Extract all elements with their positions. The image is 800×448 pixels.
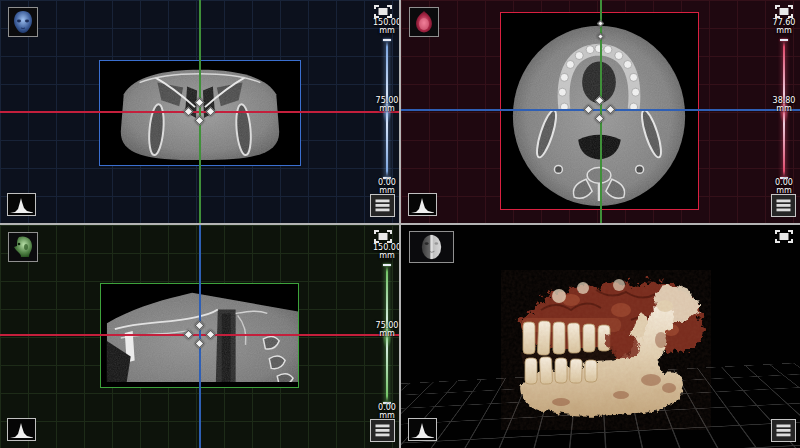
head-3d-icon[interactable] [409,231,454,263]
ruler-max-label: 150.00mm [371,244,399,260]
ruler-mid-label: 38.80mm [768,97,800,113]
head-top-icon[interactable] [409,7,439,37]
slice-stack-icon[interactable] [370,194,395,217]
ruler-tick [383,39,391,41]
volume-3d-view[interactable] [401,225,800,448]
histogram-icon[interactable] [408,193,437,216]
histogram-icon[interactable] [7,418,36,441]
ruler-min-label: 0.00mm [371,404,399,420]
fullscreen-icon[interactable] [773,228,795,245]
coronal-plane-line[interactable] [199,225,201,448]
sagittal-plane-line[interactable] [199,0,201,223]
volume-render-jaw[interactable] [501,270,711,430]
coronal-view[interactable]: 150.00mm 75.00mm 0.00mm [0,0,399,223]
head-front-icon[interactable] [8,7,38,37]
ruler-mid-label: 75.00mm [371,322,399,338]
slice-stack-icon[interactable] [771,419,796,442]
fullscreen-icon[interactable] [372,3,394,20]
slice-position-ruler[interactable]: 150.00mm 75.00mm 0.00mm [371,225,399,448]
ruler-mid-label: 75.00mm [371,97,399,113]
head-profile-icon[interactable] [8,232,38,262]
sagittal-view[interactable]: 150.00mm 75.00mm 0.00mm [0,225,399,448]
axial-view[interactable]: 77.60mm 38.80mm 0.00mm [401,0,800,223]
slice-stack-icon[interactable] [771,194,796,217]
fullscreen-icon[interactable] [773,3,795,20]
ruler-tick [383,264,391,266]
ruler-tick [780,39,788,41]
viewer-grid: 150.00mm 75.00mm 0.00mm [0,0,800,448]
ruler-max-label: 77.60mm [768,19,800,35]
jaw-3d-render [501,270,711,430]
slice-position-ruler[interactable]: 150.00mm 75.00mm 0.00mm [371,0,399,223]
slice-position-ruler[interactable]: 77.60mm 38.80mm 0.00mm [768,0,800,223]
histogram-icon[interactable] [7,193,36,216]
ruler-min-label: 0.00mm [371,179,399,195]
histogram-icon[interactable] [408,418,437,441]
fullscreen-icon[interactable] [372,228,394,245]
slice-stack-icon[interactable] [370,419,395,442]
ruler-min-label: 0.00mm [768,179,800,195]
ruler-max-label: 150.00mm [371,19,399,35]
